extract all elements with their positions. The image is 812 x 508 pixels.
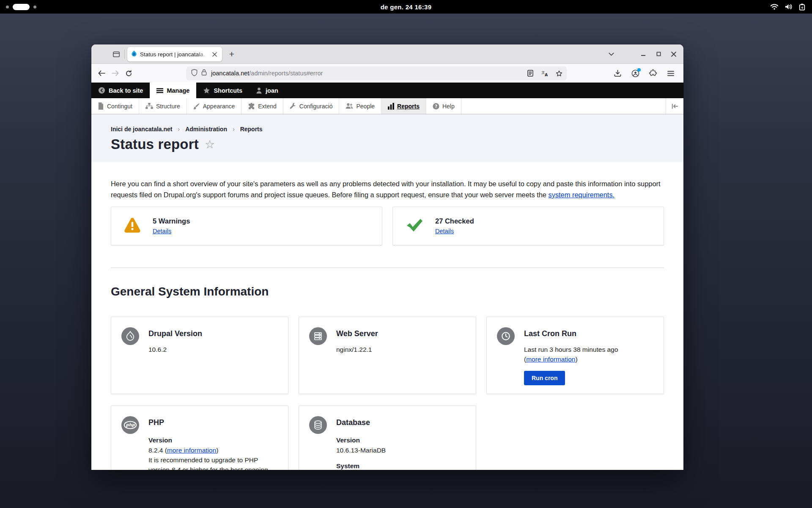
page-title: Status report bbox=[111, 136, 199, 152]
checked-details-link[interactable]: Details bbox=[435, 228, 454, 235]
menu-item-people[interactable]: People bbox=[339, 98, 381, 114]
bookmark-star-icon[interactable] bbox=[553, 67, 565, 79]
tab-separator bbox=[124, 50, 125, 59]
sitemap-icon bbox=[145, 103, 153, 110]
php-icon: php bbox=[121, 416, 139, 434]
db-version-value: 10.6.13-MariaDB bbox=[336, 445, 386, 455]
close-button[interactable] bbox=[668, 49, 679, 60]
system-top-bar: de gen. 24 16:39 bbox=[0, 0, 812, 14]
toolbar-collapse-icon[interactable] bbox=[666, 98, 683, 114]
php-version-line: 8.2.4 (more information) bbox=[148, 445, 278, 455]
svg-text:A: A bbox=[545, 72, 548, 77]
page-header: Inici de joancatala.net › Administration… bbox=[91, 114, 683, 162]
shortcuts-button[interactable]: Shortcuts bbox=[196, 83, 249, 98]
php-card: php PHP Version 8.2.4 (more information)… bbox=[111, 406, 288, 470]
drupal-menu-bar: Contingut Structure Appearance Extend Co… bbox=[91, 98, 683, 114]
breadcrumb-reports-link[interactable]: Reports bbox=[240, 126, 263, 133]
intro-paragraph: Here you can find a short overview of yo… bbox=[111, 179, 664, 201]
menu-item-label: Extend bbox=[258, 103, 277, 110]
menu-hamburger-icon[interactable] bbox=[664, 66, 678, 80]
menu-item-structure[interactable]: Structure bbox=[139, 98, 187, 114]
menu-item-label: People bbox=[356, 103, 375, 110]
card-title: Last Cron Run bbox=[524, 328, 618, 340]
maximize-button[interactable] bbox=[653, 49, 664, 60]
section-divider bbox=[111, 268, 664, 268]
checked-card: 27 Checked Details bbox=[392, 207, 664, 246]
menu-item-configuracio[interactable]: Configuració bbox=[283, 98, 340, 114]
back-icon[interactable] bbox=[95, 66, 108, 80]
window-controls bbox=[606, 44, 679, 64]
url-path: /admin/reports/status#error bbox=[249, 70, 323, 77]
manage-button[interactable]: Manage bbox=[150, 83, 196, 98]
url-bar[interactable]: joancatala.net/admin/reports/status#erro… bbox=[186, 66, 567, 80]
active-tab[interactable]: Status report | joancatala. bbox=[127, 47, 222, 61]
toolbar-right bbox=[611, 66, 678, 80]
menu-item-label: Structure bbox=[156, 103, 180, 110]
menu-item-help[interactable]: ? Help bbox=[426, 98, 461, 114]
menu-item-extend[interactable]: Extend bbox=[241, 98, 283, 114]
back-to-site-button[interactable]: Back to site bbox=[91, 83, 150, 98]
workspace-active-pill bbox=[13, 4, 30, 10]
menu-item-label: Appearance bbox=[203, 103, 235, 110]
checked-count: 27 Checked bbox=[435, 217, 474, 225]
lock-icon[interactable] bbox=[201, 69, 207, 77]
cron-last-run-text: Last run 3 hours 38 minutes ago bbox=[524, 345, 618, 354]
note-version-em: 8.4 bbox=[171, 466, 181, 470]
warning-icon bbox=[124, 217, 141, 235]
db-version-label: Version bbox=[336, 435, 386, 445]
reader-mode-icon[interactable] bbox=[524, 67, 536, 79]
tab-title: Status report | joancatala. bbox=[140, 51, 208, 58]
warnings-details-link[interactable]: Details bbox=[153, 228, 171, 235]
cron-more-information-link[interactable]: more information bbox=[526, 356, 575, 363]
downloads-icon[interactable] bbox=[611, 66, 624, 80]
menu-item-contingut[interactable]: Contingut bbox=[91, 98, 139, 114]
back-to-site-label: Back to site bbox=[109, 87, 143, 94]
list-tabs-chevron-icon[interactable] bbox=[606, 49, 617, 60]
system-info-grid: Drupal Version 10.6.2 Web Server nginx/1… bbox=[111, 317, 664, 470]
shield-icon[interactable] bbox=[191, 69, 198, 78]
check-icon bbox=[406, 218, 423, 234]
section-title: General System Information bbox=[111, 285, 664, 298]
last-cron-run-card: Last Cron Run Last run 3 hours 38 minute… bbox=[486, 317, 664, 395]
browser-titlebar: Status report | joancatala. + bbox=[91, 44, 683, 64]
manage-label: Manage bbox=[167, 87, 189, 94]
brush-icon bbox=[193, 103, 200, 110]
system-status-area[interactable] bbox=[713, 3, 806, 11]
firefox-view-button[interactable] bbox=[110, 48, 123, 60]
account-notification-dot bbox=[637, 68, 641, 72]
puzzle-icon bbox=[248, 103, 255, 110]
url-text[interactable]: joancatala.net/admin/reports/status#erro… bbox=[211, 70, 524, 77]
system-requirements-link[interactable]: system requirements. bbox=[548, 191, 614, 199]
favorite-star-icon[interactable]: ☆ bbox=[205, 139, 215, 150]
volume-icon bbox=[785, 3, 793, 10]
drupal-favicon bbox=[131, 50, 137, 58]
user-menu-button[interactable]: joan bbox=[249, 83, 285, 98]
wifi-icon bbox=[770, 3, 779, 10]
workspace-indicator[interactable] bbox=[6, 4, 99, 10]
database-icon bbox=[309, 416, 327, 434]
extensions-puzzle-icon[interactable] bbox=[646, 66, 660, 80]
new-tab-button[interactable]: + bbox=[225, 48, 238, 61]
tab-close-icon[interactable] bbox=[210, 50, 219, 58]
menu-item-label: Help bbox=[442, 103, 455, 110]
menu-item-reports[interactable]: Reports bbox=[381, 98, 426, 114]
breadcrumb-administration-link[interactable]: Administration bbox=[185, 126, 227, 133]
php-more-information-link[interactable]: more information bbox=[167, 447, 216, 454]
wrench-icon bbox=[290, 103, 296, 110]
account-icon[interactable] bbox=[628, 66, 642, 80]
card-title: Web Server bbox=[336, 328, 378, 340]
user-icon bbox=[256, 87, 262, 94]
card-title: Database bbox=[336, 417, 386, 428]
card-title: PHP bbox=[148, 417, 278, 428]
minimize-button[interactable] bbox=[638, 49, 649, 60]
forward-icon[interactable] bbox=[108, 66, 122, 80]
breadcrumb-home-link[interactable]: Inici de joancatala.net bbox=[111, 126, 173, 133]
translate-icon[interactable]: 文A bbox=[539, 67, 551, 79]
reload-icon[interactable] bbox=[122, 66, 135, 80]
document-icon bbox=[98, 102, 104, 110]
menu-item-appearance[interactable]: Appearance bbox=[187, 98, 242, 114]
database-card: Database Version 10.6.13-MariaDB System … bbox=[299, 406, 476, 470]
clock[interactable]: de gen. 24 16:39 bbox=[381, 3, 432, 11]
run-cron-button[interactable]: Run cron bbox=[524, 371, 565, 385]
page-content: Inici de joancatala.net › Administration… bbox=[91, 114, 683, 470]
